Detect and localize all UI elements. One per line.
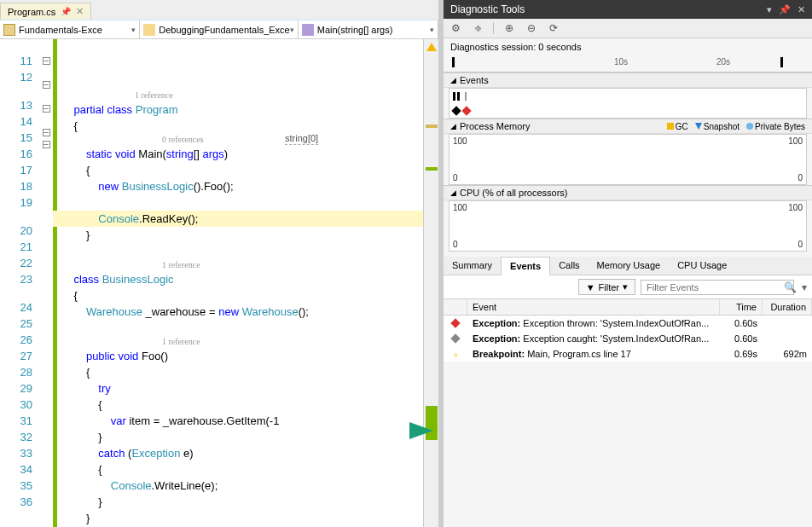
exception-icon	[450, 318, 460, 327]
timeline-ruler[interactable]: 10s 20s	[444, 55, 812, 72]
namespace-icon	[3, 24, 15, 36]
diamond-icon	[451, 106, 461, 115]
method-icon	[302, 24, 314, 36]
y-min-r: 0	[798, 240, 803, 249]
event-row[interactable]: Exception: Exception thrown: 'System.Ind…	[444, 316, 812, 331]
table-header: Event Time Duration	[444, 299, 812, 316]
cpu-chart[interactable]: 100 0 100 0	[449, 200, 807, 252]
col-event[interactable]: Event	[467, 299, 720, 315]
expand-icon: ◢	[450, 76, 456, 84]
close-icon[interactable]: ✕	[76, 6, 84, 17]
fold-toggle[interactable]: −	[43, 105, 50, 113]
chevron-down-icon: ▾	[131, 26, 136, 34]
chevron-down-icon: ▾	[623, 281, 628, 292]
tab-summary[interactable]: Summary	[444, 257, 501, 275]
timeline-marker	[780, 57, 783, 67]
tab-events[interactable]: Events	[501, 257, 550, 275]
zoom-in-icon[interactable]: ⊕	[502, 21, 516, 35]
diamond-icon	[461, 106, 471, 115]
timeline-tick: 20s	[716, 57, 730, 67]
diagnostic-tools-panel: Diagnostic Tools ▾ 📌 ✕ ⚙ ⎆ ⊕ ⊖ ⟳ Diagnos…	[444, 0, 812, 527]
code-area[interactable]: 1 reference partial class Program {0 ref…	[53, 39, 423, 527]
reset-view-icon[interactable]: ⟳	[547, 21, 560, 35]
memory-chart[interactable]: 100 0 100 0	[449, 134, 807, 185]
chevron-down-icon: ▾	[290, 26, 294, 34]
document-tab[interactable]: Program.cs 📌 ✕	[0, 3, 91, 20]
y-min: 0	[453, 240, 458, 249]
code-editor-panel: Program.cs 📌 ✕ Fundamentals-Exce ▾ Debug…	[0, 0, 444, 527]
events-timeline[interactable]	[449, 88, 807, 119]
filter-events-input[interactable]	[641, 280, 794, 295]
fold-gutter: − − − −−	[39, 39, 53, 527]
y-max-r: 100	[788, 136, 803, 146]
search-icon[interactable]: 🔍	[784, 281, 797, 293]
scroll-map[interactable]	[423, 39, 438, 527]
diagnostic-toolbar: ⚙ ⎆ ⊕ ⊖ ⟳	[444, 19, 812, 38]
detail-tabs: SummaryEventsCallsMemory UsageCPU Usage	[444, 257, 812, 275]
line-number-gutter: 1112 13141516171819 20212223 24252627282…	[0, 39, 39, 527]
fold-toggle[interactable]: −	[43, 129, 50, 136]
pin-icon[interactable]: 📌	[779, 4, 791, 15]
chevron-down-icon[interactable]: ▾	[802, 281, 807, 293]
zoom-out-icon[interactable]: ⊖	[525, 21, 538, 35]
timeline-tick: 10s	[614, 57, 628, 67]
events-section-header[interactable]: ◢ Events	[444, 72, 812, 88]
namespace-dropdown[interactable]: Fundamentals-Exce ▾	[0, 20, 140, 38]
y-max: 100	[453, 136, 467, 146]
y-max-r: 100	[788, 203, 803, 212]
section-label: CPU (% of all processors)	[460, 188, 568, 198]
event-row[interactable]: Exception: Exception caught: 'System.Ind…	[444, 331, 812, 346]
class-dropdown[interactable]: DebuggingFundamentals_Exce ▾	[140, 20, 299, 38]
event-tick	[465, 92, 467, 101]
tab-cpu-usage[interactable]: CPU Usage	[669, 257, 735, 275]
timeline-marker	[452, 57, 455, 67]
fold-toggle[interactable]: −	[43, 57, 50, 65]
method-label: Main(string[] args)	[317, 25, 393, 35]
breakpoint-icon: ⬨	[453, 349, 459, 359]
legend-snapshot: Snapshot	[695, 122, 740, 131]
warning-icon	[426, 43, 437, 51]
filter-label: Filter	[599, 282, 619, 292]
filter-icon: ▼	[586, 282, 595, 292]
chevron-down-icon: ▾	[430, 26, 434, 34]
legend-gc: GC	[667, 122, 688, 131]
fold-toggle[interactable]: −	[43, 141, 50, 148]
code-editor[interactable]: 1112 13141516171819 20212223 24252627282…	[0, 39, 438, 527]
expand-icon: ◢	[450, 188, 456, 197]
filter-button[interactable]: ▼ Filter ▾	[578, 279, 635, 295]
window-dropdown-icon[interactable]: ▾	[767, 4, 772, 15]
section-label: Process Memory	[460, 121, 531, 131]
section-label: Events	[460, 75, 489, 85]
pause-icon	[453, 92, 461, 101]
namespace-label: Fundamentals-Exce	[19, 25, 102, 35]
legend-private-bytes: Private Bytes	[746, 122, 805, 131]
y-max: 100	[453, 203, 467, 212]
cpu-section-header[interactable]: ◢ CPU (% of all processors)	[444, 185, 812, 200]
y-min-r: 0	[798, 173, 803, 182]
gear-icon[interactable]: ⚙	[449, 21, 462, 35]
tab-title: Program.cs	[8, 7, 55, 17]
events-table: Event Time Duration Exception: Exception…	[444, 299, 812, 362]
scroll-mark	[426, 167, 438, 171]
memory-section-header[interactable]: ◢ Process Memory GC Snapshot Private Byt…	[444, 119, 812, 134]
col-duration[interactable]: Duration	[763, 299, 812, 315]
arrow-annotation	[324, 418, 435, 443]
navigation-dropdown-bar: Fundamentals-Exce ▾ DebuggingFundamental…	[0, 20, 438, 39]
tab-calls[interactable]: Calls	[550, 257, 588, 275]
class-label: DebuggingFundamentals_Exce	[159, 25, 290, 35]
document-tab-bar: Program.cs 📌 ✕	[0, 0, 438, 20]
class-icon	[143, 24, 155, 36]
method-dropdown[interactable]: Main(string[] args) ▾	[299, 20, 438, 38]
expand-icon: ◢	[450, 122, 456, 130]
tab-memory-usage[interactable]: Memory Usage	[589, 257, 670, 275]
event-row[interactable]: ⬨Breakpoint: Main, Program.cs line 170.6…	[444, 346, 812, 362]
pin-icon[interactable]: 📌	[61, 7, 71, 16]
close-icon[interactable]: ✕	[798, 4, 805, 15]
exception-caught-icon	[450, 333, 460, 343]
y-min: 0	[453, 173, 458, 182]
fold-toggle[interactable]: −	[43, 81, 50, 89]
select-tool-icon[interactable]: ⎆	[471, 21, 484, 35]
diagnostic-title-bar: Diagnostic Tools ▾ 📌 ✕	[444, 0, 812, 19]
col-time[interactable]: Time	[720, 299, 763, 315]
scroll-mark	[426, 125, 438, 128]
